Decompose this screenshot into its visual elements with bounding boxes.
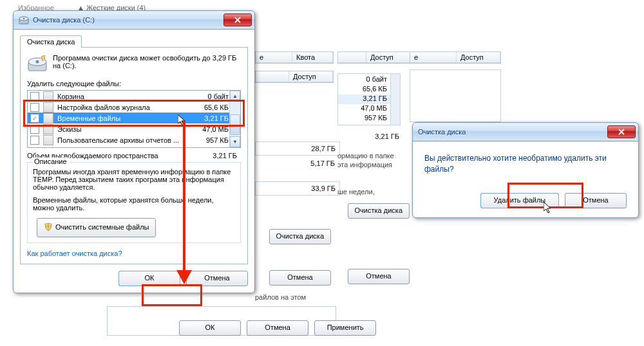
bg-apply[interactable]: Применить [314, 320, 376, 336]
svg-point-2 [23, 18, 25, 20]
tab-cleanup[interactable]: Очистка диска [20, 35, 82, 48]
svg-point-5 [36, 60, 39, 64]
description-group: Описание Программы иногда хранят временн… [27, 162, 241, 243]
file-icon [43, 113, 53, 123]
bg-header-quota: еКвота [255, 51, 334, 64]
bg-snip1: ормацию в папке [337, 152, 394, 159]
confirm-close-button[interactable] [607, 125, 636, 138]
bg-files-on: райлов на этом [255, 293, 306, 301]
delete-files-button[interactable]: Удалить файлы [480, 193, 559, 208]
bg-v3: 33,9 ГБ [255, 181, 340, 196]
confirm-dialog: Очистка диска Вы действительно хотите не… [412, 122, 639, 218]
bg-sizes-hdr: Доступ [337, 51, 411, 64]
description-title: Описание [32, 158, 70, 165]
file-row: Пользовательские архивы отчетов ...957 К… [28, 134, 240, 145]
scrollbar[interactable]: ▲ ▼ [229, 91, 240, 147]
file-row-selected: ✓Временные файлы3,21 ГБ [28, 113, 240, 123]
scroll-down-arrow[interactable]: ▼ [230, 136, 240, 147]
scroll-up-arrow[interactable]: ▲ [230, 91, 240, 102]
bg-header-access: Доступ [255, 71, 334, 83]
bg-btns-1: Отмена [255, 270, 331, 286]
bg-snip2: эта информация [337, 161, 392, 168]
how-it-works-link[interactable]: Как работает очистка диска? [27, 250, 122, 257]
clean-system-files-button[interactable]: Очистить системные файлы [37, 218, 156, 237]
checkbox[interactable] [30, 136, 39, 145]
bg-v1: 28,7 ГБ [255, 141, 340, 156]
disk-cleanup-icon [19, 15, 29, 25]
bg-cleanup-btn-1[interactable]: Очистка диска [255, 229, 331, 244]
window-title: Очистка диска (C:) [33, 16, 223, 24]
bg-snip3: ше недели, [337, 188, 375, 196]
bg-total2: 3,21 ГБ [337, 132, 403, 140]
description-text-2: Временные файлы, которые хранятся больше… [33, 196, 235, 212]
bg-right-hdr: еДоступ [410, 51, 501, 64]
bg-bottom-btns: ОК Отмена Применить [175, 320, 376, 336]
confirm-cancel-button[interactable]: Отмена [565, 193, 627, 208]
titlebar[interactable]: Очистка диска (C:) [14, 11, 254, 30]
disk-icon [27, 54, 48, 75]
close-button[interactable] [223, 14, 252, 26]
cancel-button[interactable]: Отмена [186, 271, 248, 286]
tab-panel: Программа очистки диска может освободить… [20, 47, 248, 264]
bg-ok[interactable]: ОК [179, 320, 241, 336]
bg-btns-2: Отмена [327, 269, 410, 284]
shield-icon [44, 223, 53, 232]
disk-cleanup-window: Очистка диска (C:) Очистка диска Програм… [13, 10, 255, 293]
delete-files-label: Удалить следующие файлы: [27, 80, 241, 87]
scroll-thumb[interactable] [230, 114, 240, 135]
file-row: Настройка файлов журнала65,6 КБ [28, 102, 240, 113]
checkbox[interactable] [30, 103, 39, 112]
bg-sizes-list: 0 байт 65,6 КБ 3,21 ГБ 47,0 МБ 957 КБ [337, 73, 401, 125]
file-icon [43, 102, 53, 113]
file-icon [43, 124, 53, 134]
file-row: Эскизы47,0 МБ [28, 123, 240, 134]
checkbox[interactable] [30, 92, 39, 101]
bg-cancel[interactable]: Отмена [247, 320, 308, 336]
checkbox[interactable] [30, 125, 39, 134]
confirm-title: Очистка диска [418, 128, 607, 136]
bg-right-box [410, 69, 501, 122]
confirm-message: Вы действительно хотите необратимо удали… [424, 153, 627, 175]
confirm-body: Вы действительно хотите необратимо удали… [413, 141, 638, 217]
file-icon [43, 91, 53, 102]
ok-button[interactable]: ОК [118, 271, 180, 286]
checkbox[interactable]: ✓ [30, 114, 39, 123]
file-icon [43, 135, 53, 145]
file-list[interactable]: Корзина0 байт Настройка файлов журнала65… [27, 90, 241, 148]
bg-cleanup-btn-2[interactable]: Очистка диска [337, 203, 410, 219]
dialog-buttons: ОК Отмена [20, 271, 248, 286]
summary-text: Программа очистки диска может освободить… [53, 54, 241, 69]
description-text-1: Программы иногда хранят временную информ… [33, 168, 235, 191]
confirm-titlebar[interactable]: Очистка диска [413, 123, 638, 141]
window-body: Очистка диска Программа очистки диска мо… [14, 30, 254, 293]
bg-v2: 5,17 ГБ [255, 158, 339, 168]
file-row: Корзина0 байт [28, 91, 240, 102]
